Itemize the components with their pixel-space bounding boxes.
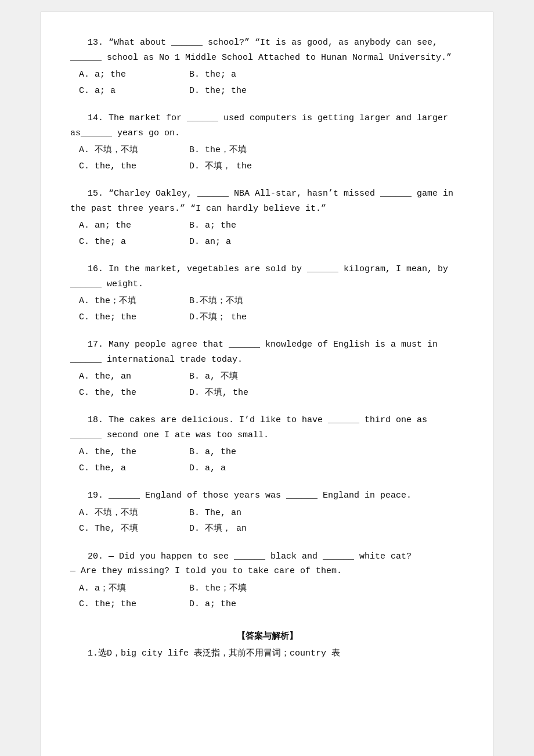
question-13-option-A: A. a; the <box>79 67 172 82</box>
question-19-option-C: C. The, 不填 <box>79 521 172 537</box>
question-14-option-B: B. the，不填 <box>189 143 282 158</box>
question-15-options: A. an; theB. a; theC. the; aD. an; a <box>79 218 464 249</box>
question-15-option-C: C. the; a <box>79 235 172 250</box>
question-15-text: 15. “Charley Oakley, ______ NBA All-star… <box>70 186 464 216</box>
question-16-options: A. the；不填B.不填；不填C. the; theD.不填； the <box>79 294 464 325</box>
question-20-option-B: B. the；不填 <box>189 581 282 596</box>
question-18-option-C: C. the, a <box>79 461 172 476</box>
question-19-option-A: A. 不填，不填 <box>79 506 172 521</box>
question-17-option-D: D. 不填, the <box>189 386 282 401</box>
question-19-options: A. 不填，不填B. The, anC. The, 不填D. 不填， an <box>79 506 464 537</box>
question-16-option-C: C. the; the <box>79 310 172 325</box>
question-16-option-D: D.不填； the <box>189 310 282 325</box>
question-14-options: A. 不填，不填B. the，不填C. the, theD. 不填， the <box>79 143 464 174</box>
question-18-option-B: B. a, the <box>189 445 282 460</box>
question-20-options: A. a；不填B. the；不填C. the; theD. a; the <box>79 581 464 612</box>
question-18-option-D: D. a, a <box>189 461 282 476</box>
question-15: 15. “Charley Oakley, ______ NBA All-star… <box>70 186 464 249</box>
question-17-option-C: C. the, the <box>79 386 172 401</box>
question-17: 17. Many people agree that ______ knowle… <box>70 337 464 400</box>
question-13-option-D: D. the; the <box>189 84 282 99</box>
question-16-text: 16. In the market, vegetables are sold b… <box>70 262 464 291</box>
question-14-option-D: D. 不填， the <box>189 159 282 174</box>
question-19: 19. ______ England of those years was __… <box>70 488 464 537</box>
question-13-options: A. a; theB. the; aC. a; aD. the; the <box>79 67 464 98</box>
question-15-option-A: A. an; the <box>79 218 172 233</box>
question-20-option-A: A. a；不填 <box>79 581 172 596</box>
question-16-option-B: B.不填；不填 <box>189 294 282 309</box>
question-14: 14. The market for ______ used computers… <box>70 111 464 174</box>
question-13: 13. “What about ______ school?” “It is a… <box>70 35 464 98</box>
question-13-option-B: B. the; a <box>189 67 282 82</box>
question-18-options: A. the, theB. a, theC. the, aD. a, a <box>79 445 464 476</box>
question-13-option-C: C. a; a <box>79 84 172 99</box>
page-content: 13. “What about ______ school?” “It is a… <box>41 12 493 756</box>
question-18: 18. The cakes are delicious. I’d like to… <box>70 413 464 476</box>
question-16: 16. In the market, vegetables are sold b… <box>70 262 464 325</box>
question-18-text: 18. The cakes are delicious. I’d like to… <box>70 413 464 442</box>
answer-section: 【答案与解析】 1.选D，big city life 表泛指，其前不用冒词；co… <box>70 629 464 661</box>
question-17-option-A: A. the, an <box>79 369 172 384</box>
question-20-option-C: C. the; the <box>79 597 172 612</box>
question-15-option-B: B. a; the <box>189 218 282 233</box>
question-20: 20. — Did you happen to see ______ black… <box>70 549 464 612</box>
question-14-text: 14. The market for ______ used computers… <box>70 111 464 141</box>
question-15-option-D: D. an; a <box>189 235 282 250</box>
question-20-text: 20. — Did you happen to see ______ black… <box>70 549 464 579</box>
question-18-option-A: A. the, the <box>79 445 172 460</box>
answer-text: 1.选D，big city life 表泛指，其前不用冒词；country 表 <box>70 646 464 661</box>
question-14-option-A: A. 不填，不填 <box>79 143 172 158</box>
question-17-option-B: B. a, 不填 <box>189 369 282 384</box>
question-16-option-A: A. the；不填 <box>79 294 172 309</box>
question-17-options: A. the, anB. a, 不填C. the, theD. 不填, the <box>79 369 464 400</box>
question-17-text: 17. Many people agree that ______ knowle… <box>70 337 464 367</box>
answer-title: 【答案与解析】 <box>70 629 464 645</box>
question-13-text: 13. “What about ______ school?” “It is a… <box>70 35 464 65</box>
question-14-option-C: C. the, the <box>79 159 172 174</box>
question-20-option-D: D. a; the <box>189 597 282 612</box>
question-19-option-B: B. The, an <box>189 506 282 521</box>
question-19-option-D: D. 不填， an <box>189 521 282 537</box>
question-19-text: 19. ______ England of those years was __… <box>70 488 464 503</box>
